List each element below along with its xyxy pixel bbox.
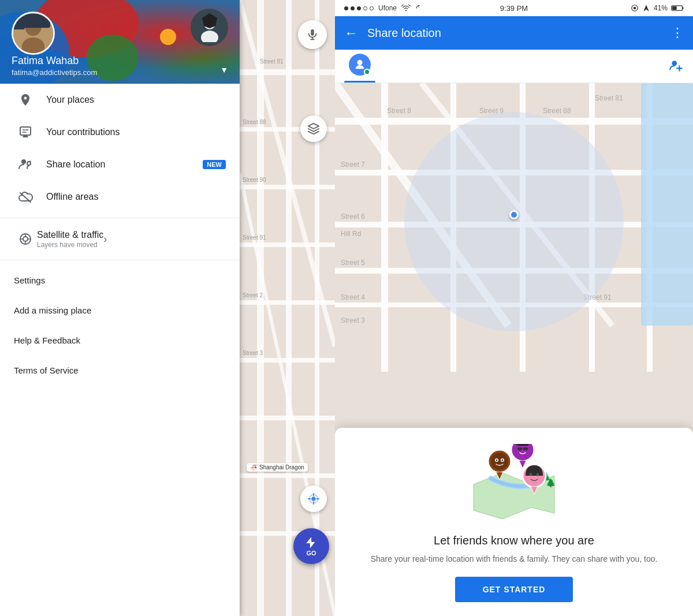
location-pin-icon — [14, 88, 37, 111]
your-places-label: Your places — [46, 95, 226, 105]
user-name: Fatima Wahab — [12, 55, 97, 67]
sidebar-item-settings[interactable]: Settings — [0, 265, 240, 295]
my-location-tab-avatar — [349, 54, 371, 76]
map-streets-svg: Street 81 Street 88 Street 90 Street 91 … — [240, 0, 335, 616]
sidebar-item-share-location[interactable]: Share location NEW — [0, 148, 240, 181]
svg-rect-65 — [381, 83, 388, 372]
navigation-drawer: Fatima Wahab fatima@addictivetips.com ▼ … — [0, 0, 240, 616]
svg-point-44 — [311, 496, 315, 501]
battery-icon — [671, 5, 684, 12]
signal-indicators: Ufone — [344, 4, 423, 12]
signal-dot-1 — [344, 6, 348, 10]
share-location-map-view: Street 81 Street 8 Street 9 Street 88 St… — [335, 83, 693, 616]
voice-search-button[interactable] — [298, 20, 327, 49]
secondary-avatar — [191, 9, 228, 46]
wifi-icon — [401, 5, 411, 12]
help-feedback-label: Help & Feedback — [14, 335, 80, 345]
satellite-traffic-label: Satellite & traffic — [37, 230, 103, 240]
user-avatar[interactable] — [12, 12, 55, 55]
sidebar-item-add-missing-place[interactable]: Add a missing place — [0, 295, 240, 325]
contributions-icon — [14, 121, 37, 144]
svg-rect-61 — [335, 170, 693, 176]
settings-label: Settings — [14, 275, 45, 285]
svg-point-11 — [21, 159, 26, 164]
signal-dot-2 — [351, 6, 355, 10]
svg-rect-68 — [589, 83, 595, 372]
sidebar-item-terms[interactable]: Terms of Service — [0, 355, 240, 385]
app-bar-title: Share location — [367, 27, 662, 40]
avatar-image — [13, 13, 53, 53]
svg-rect-63 — [335, 268, 693, 274]
drawer-header: Fatima Wahab fatima@addictivetips.com ▼ — [0, 0, 240, 84]
svg-rect-54 — [682, 7, 683, 9]
svg-text:Street 90: Street 90 — [243, 177, 266, 183]
svg-rect-24 — [240, 69, 335, 75]
go-navigation-button[interactable]: GO — [293, 528, 329, 564]
svg-rect-10 — [20, 127, 31, 135]
satellite-traffic-labels: Satellite & traffic Layers have moved — [37, 230, 103, 249]
menu-section: Your places Your contributions — [0, 84, 240, 616]
svg-rect-41 — [311, 29, 314, 36]
svg-rect-30 — [240, 416, 335, 420]
svg-text:Street 3: Street 3 — [341, 316, 365, 324]
svg-point-55 — [357, 60, 362, 65]
go-label: GO — [306, 550, 316, 557]
svg-point-92 — [502, 460, 504, 461]
back-button[interactable]: ← — [344, 25, 358, 41]
share-location-icon — [14, 153, 37, 176]
status-time: 9:39 PM — [500, 4, 528, 13]
svg-rect-62 — [335, 222, 693, 227]
user-email: fatima@addictivetips.com — [12, 68, 97, 77]
contributions-label: Your contributions — [46, 127, 226, 137]
map-background: Street 81 Street 88 Street 90 Street 91 … — [240, 0, 335, 616]
user-location-pin — [509, 210, 519, 219]
share-location-app-bar: ← Share location ⋮ — [335, 16, 693, 50]
menu-divider-1 — [0, 218, 240, 218]
svg-rect-22 — [286, 0, 292, 616]
food-icon: 🍜 — [250, 464, 257, 471]
svg-point-88 — [491, 453, 508, 470]
svg-point-51 — [634, 7, 636, 10]
add-missing-place-label: Add a missing place — [14, 305, 91, 315]
svg-text:Street 4: Street 4 — [341, 293, 365, 301]
new-badge: NEW — [203, 160, 226, 169]
sidebar-item-your-contributions[interactable]: Your contributions — [0, 116, 240, 148]
svg-text:Street 9: Street 9 — [479, 107, 504, 115]
svg-text:Hill Rd: Hill Rd — [341, 230, 361, 238]
svg-point-93 — [511, 444, 534, 461]
svg-rect-4 — [13, 24, 25, 29]
svg-text:Street 6: Street 6 — [341, 212, 365, 221]
svg-point-91 — [496, 460, 498, 461]
sync-icon — [415, 4, 423, 12]
svg-text:🌲: 🌲 — [546, 478, 556, 488]
place-marker-shanghai[interactable]: 🍜 Shanghai Dragon — [247, 463, 308, 472]
svg-text:Street 2: Street 2 — [243, 292, 263, 298]
add-contact-button[interactable] — [669, 58, 684, 77]
sidebar-item-offline-areas[interactable]: Offline areas — [0, 181, 240, 213]
contacts-tabs-bar — [335, 50, 693, 83]
get-started-button[interactable]: GET STARTED — [455, 577, 573, 602]
svg-rect-64 — [335, 303, 693, 307]
target-icon — [631, 4, 639, 12]
tab-my-location[interactable] — [344, 47, 375, 83]
svg-text:Street 8: Street 8 — [387, 107, 411, 115]
svg-text:Street 91: Street 91 — [243, 234, 266, 241]
sidebar-item-help-feedback[interactable]: Help & Feedback — [0, 325, 240, 355]
user-details: Fatima Wahab fatima@addictivetips.com — [12, 55, 97, 77]
offline-areas-label: Offline areas — [46, 192, 226, 202]
card-title: Let friends know where you are — [434, 534, 594, 547]
user-info: Fatima Wahab fatima@addictivetips.com ▼ — [12, 55, 228, 77]
layers-toggle-button[interactable] — [300, 115, 327, 142]
more-options-button[interactable]: ⋮ — [671, 25, 684, 40]
my-location-button[interactable] — [300, 486, 327, 512]
share-location-card: 🌲 🌲 — [335, 428, 693, 616]
card-subtitle: Share your real-time location with frien… — [371, 553, 658, 565]
svg-text:Street 81: Street 81 — [595, 94, 623, 102]
svg-text:Street 7: Street 7 — [341, 160, 365, 169]
yellow-circle-decoration — [160, 29, 176, 45]
svg-rect-96 — [517, 447, 522, 450]
account-dropdown-arrow[interactable]: ▼ — [220, 65, 228, 74]
sidebar-item-your-places[interactable]: Your places — [0, 84, 240, 116]
svg-text:Street 88: Street 88 — [243, 119, 266, 125]
sidebar-item-satellite-traffic[interactable]: Satellite & traffic Layers have moved › — [0, 223, 240, 255]
